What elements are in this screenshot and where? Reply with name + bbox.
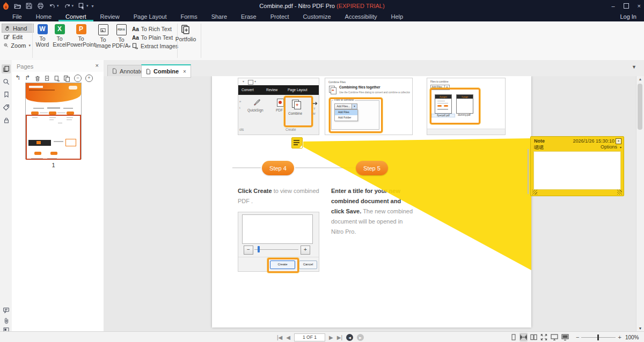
last-page-button[interactable]: ▶| — [337, 334, 342, 340]
note-text-area[interactable] — [533, 151, 621, 190]
to-excel-button[interactable]: X To Excel — [52, 24, 68, 48]
pages-panel-button[interactable] — [2, 64, 11, 73]
to-plain-text-button[interactable]: Aa To Plain Text — [132, 34, 173, 41]
attachments-panel-button[interactable] — [2, 316, 11, 325]
to-powerpoint-button[interactable]: P To PowerPoint — [68, 24, 94, 48]
pages-panel-close-icon[interactable]: × — [96, 62, 99, 69]
tab-annotate-label: Annotate — [120, 68, 143, 75]
menu-tab-help[interactable]: Help — [384, 12, 410, 21]
menu-tab-home[interactable]: Home — [29, 12, 58, 21]
close-button[interactable]: × — [638, 3, 641, 9]
print-icon[interactable] — [37, 3, 44, 9]
edit-tool-button[interactable]: Edit — [2, 33, 33, 41]
excel-icon: X — [55, 24, 65, 34]
open-file-icon[interactable] — [14, 3, 21, 10]
presentation-view-icon[interactable] — [561, 333, 569, 341]
next-page-button[interactable]: ▶ — [329, 334, 333, 340]
rotate-left-icon[interactable]: ↰ — [15, 75, 20, 81]
note-close-button[interactable]: x — [616, 138, 621, 144]
tab-combine[interactable]: Combine × — [141, 64, 191, 78]
menu-tab-accessibility[interactable]: Accessibility — [338, 12, 384, 21]
quick-access-chevron-icon[interactable]: ▾ — [92, 4, 94, 9]
scroll-down-icon[interactable]: ▼ — [636, 326, 644, 330]
document-vertical-scrollbar[interactable]: ▲ ▼ — [636, 76, 644, 331]
redo-caret-icon[interactable]: ▾ — [72, 4, 74, 8]
note-options-caret-icon[interactable]: ▾ — [620, 145, 621, 149]
zoom-slider[interactable] — [581, 337, 616, 338]
mini-plus: + — [296, 102, 298, 108]
doc-screenshot-files: Files to combine Add Files... ▾ 4 pages … — [427, 78, 506, 135]
menu-tab-convert[interactable]: Convert — [58, 12, 93, 21]
restore-button[interactable] — [624, 3, 629, 9]
undo-caret-icon[interactable]: ▾ — [57, 4, 59, 8]
fullscreen-view-icon[interactable] — [550, 333, 559, 341]
menu-tab-review[interactable]: Review — [93, 12, 127, 21]
scroll-up-icon[interactable]: ▲ — [636, 77, 644, 81]
tags-panel-button[interactable] — [2, 103, 11, 112]
delete-page-icon[interactable] — [34, 75, 41, 82]
extract-images-button[interactable]: Extract Images — [132, 42, 178, 50]
sticky-note-icon[interactable] — [291, 137, 303, 148]
single-page-view-icon[interactable] — [510, 333, 517, 341]
extract-page-icon[interactable] — [54, 75, 60, 82]
minimize-button[interactable]: – — [611, 3, 614, 9]
select-tool-icon[interactable] — [78, 3, 85, 10]
note-resize-grip-right[interactable] — [617, 190, 622, 195]
fit-width-view-icon[interactable] — [519, 333, 528, 341]
rotate-right-icon[interactable]: ↱ — [25, 75, 30, 81]
edit-icon — [4, 34, 10, 40]
scrollbar-thumb[interactable] — [638, 84, 642, 130]
save-icon[interactable] — [26, 3, 32, 9]
zoom-tool-button[interactable]: Zoom ▾ — [2, 41, 33, 49]
to-image-button[interactable]: To Image — [95, 24, 111, 49]
menu-tab-share[interactable]: Share — [204, 12, 234, 21]
to-rich-text-button[interactable]: Aa To Rich Text — [132, 25, 172, 33]
zoom-out-button[interactable]: − — [576, 334, 579, 340]
view-history-back-button[interactable]: ◀ — [346, 334, 353, 341]
step4-text-bold: Click Create — [238, 188, 272, 194]
view-controls: − + 100% — [510, 332, 639, 342]
two-page-view-icon[interactable] — [530, 333, 538, 341]
login-link[interactable]: Log In — [620, 12, 636, 21]
menu-tab-customize[interactable]: Customize — [296, 12, 338, 21]
first-page-button[interactable]: |◀ — [277, 334, 282, 340]
menu-tab-page-layout[interactable]: Page Layout — [127, 12, 174, 21]
to-pdfa-button[interactable]: PDF/A To PDF/A▾ — [112, 24, 131, 49]
window-title: Combine.pdf - Nitro PDF Pro (EXPIRED TRI… — [0, 3, 644, 9]
redo-icon[interactable] — [64, 3, 71, 9]
select-caret-icon[interactable]: ▾ — [86, 4, 89, 8]
thumbnail-page-number: 1 — [12, 162, 95, 168]
insert-page-icon[interactable] — [44, 75, 50, 82]
previous-page-button[interactable]: ◀ — [286, 334, 290, 340]
menu-tab-protect[interactable]: Protect — [264, 12, 296, 21]
undo-icon[interactable] — [49, 3, 56, 9]
word-icon: W — [38, 24, 48, 34]
document-title: Combine.pdf - Nitro PDF Pro — [259, 3, 335, 9]
tab-close-icon[interactable]: × — [183, 69, 186, 75]
zoom-percentage[interactable]: 100% — [625, 334, 639, 340]
tab-overflow-icon[interactable]: ▼ — [632, 64, 636, 70]
signatures-panel-button[interactable] — [2, 116, 11, 125]
menu-tab-erase[interactable]: Erase — [234, 12, 264, 21]
menu-tab-file[interactable]: File — [5, 12, 29, 21]
note-popup[interactable]: Note 嗯嗯 2026/1/26 15:30:10 x Options ▾ — [530, 136, 624, 196]
bookmarks-panel-button[interactable] — [2, 90, 11, 99]
fit-page-view-icon[interactable] — [540, 333, 548, 341]
thumbnail-zoom-in-button[interactable]: + — [85, 75, 93, 82]
view-history-forward-button[interactable]: ▶ — [357, 334, 364, 341]
thumbnail-zoom-out-button[interactable]: − — [74, 75, 82, 82]
zoom-slider-handle[interactable] — [597, 334, 599, 340]
to-word-button[interactable]: W To Word — [34, 24, 50, 48]
duplicate-page-icon[interactable] — [63, 75, 70, 82]
note-resize-grip-left[interactable] — [532, 190, 537, 195]
page-indicator-field[interactable]: 1 OF 1 — [294, 333, 325, 341]
mini-partial: t — [239, 106, 240, 109]
menu-tab-forms[interactable]: Forms — [173, 12, 204, 21]
step-connector — [232, 167, 261, 168]
comments-panel-button[interactable] — [2, 306, 11, 315]
search-panel-button[interactable] — [2, 77, 11, 86]
portfolio-button[interactable]: Portfolio — [173, 24, 199, 42]
zoom-in-button[interactable]: + — [618, 334, 621, 340]
note-options-label[interactable]: Options — [601, 144, 617, 150]
hand-tool-button[interactable]: Hand — [2, 24, 34, 33]
